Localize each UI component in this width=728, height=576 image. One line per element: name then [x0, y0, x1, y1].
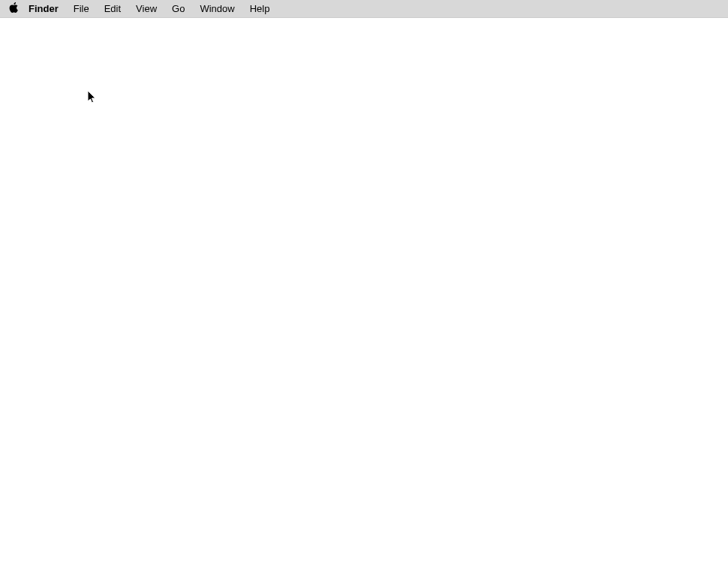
- menu-window-label: Window: [200, 3, 234, 14]
- menu-window[interactable]: Window: [192, 0, 242, 18]
- menubar: Finder File Edit View Go Window Help: [0, 0, 728, 18]
- apple-logo-icon: [8, 2, 19, 15]
- menu-go[interactable]: Go: [164, 0, 192, 18]
- desktop[interactable]: [0, 18, 728, 576]
- menu-help[interactable]: Help: [242, 0, 278, 18]
- menu-help-label: Help: [250, 3, 270, 14]
- menu-go-label: Go: [172, 3, 185, 14]
- menu-view-label: View: [136, 3, 157, 14]
- menu-edit-label: Edit: [104, 3, 121, 14]
- menu-file[interactable]: File: [66, 0, 97, 18]
- menu-file-label: File: [74, 3, 89, 14]
- mouse-cursor-icon: [88, 91, 97, 104]
- app-name-label: Finder: [29, 3, 59, 14]
- apple-menu[interactable]: [6, 0, 21, 18]
- menu-view[interactable]: View: [128, 0, 164, 18]
- app-name-menu[interactable]: Finder: [21, 0, 66, 18]
- menu-edit[interactable]: Edit: [97, 0, 128, 18]
